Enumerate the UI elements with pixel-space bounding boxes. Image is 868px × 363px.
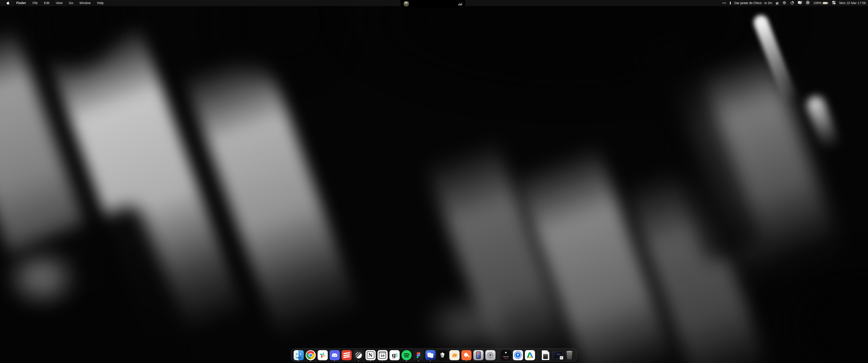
battery-status[interactable]: 100% ⚡: [813, 1, 829, 5]
dock-app-finder[interactable]: [293, 349, 304, 361]
dock-document-file[interactable]: [540, 349, 551, 361]
menu-bar-status: ••• Dar jantar do Chico · in 2m g: [722, 1, 868, 5]
linear-icon: [353, 350, 364, 360]
dock-app-blue-windows[interactable]: [425, 349, 436, 361]
desktop: Finder File Edit View Go Window Help •••…: [0, 0, 868, 363]
dock-app-chrome[interactable]: [305, 349, 316, 361]
menu-app-name[interactable]: Finder: [16, 0, 26, 8]
battery-charging-icon: ⚡: [823, 2, 829, 4]
notion-icon: N: [366, 350, 376, 360]
notion-calendar-day: 10: [380, 353, 384, 358]
orange-elephant-app-icon: [450, 350, 460, 360]
dock-app-3d-shape[interactable]: [437, 349, 448, 361]
album-art[interactable]: [404, 1, 409, 6]
slack-icon: [318, 350, 328, 360]
document-file-icon: [542, 350, 549, 360]
dock-app-raycast[interactable]: raycast: [500, 349, 511, 361]
dock-app-slack[interactable]: [317, 349, 328, 361]
onepassword-dock-icon: [513, 350, 523, 360]
dock-screenshot-stack[interactable]: 11: [552, 349, 563, 361]
blue-windows-app-icon: [426, 350, 436, 360]
discord-icon: [330, 350, 340, 360]
calendar-badge: 11: [560, 356, 563, 360]
google-drive-icon: [525, 350, 535, 360]
figma-icon: [413, 350, 424, 360]
wallpaper-streak: [804, 94, 841, 153]
display-icon[interactable]: [798, 1, 802, 5]
grammarly-dock-icon: g: [390, 350, 400, 360]
overflow-ellipsis-icon[interactable]: •••: [722, 1, 726, 5]
control-center-icon[interactable]: [832, 1, 836, 5]
screenshot-thumbnail: 11: [553, 352, 563, 359]
todoist-icon: [342, 350, 352, 360]
menu-go[interactable]: Go: [69, 1, 73, 5]
separator-bar-icon[interactable]: [730, 2, 731, 4]
dock-app-linear[interactable]: [353, 349, 364, 361]
dock-app-figma[interactable]: [413, 349, 424, 361]
event-reminder-text[interactable]: Dar jantar do Chico · in 2m: [735, 1, 772, 5]
spotify-icon: [401, 350, 412, 360]
wallpaper: [0, 0, 868, 363]
dock-app-elephant[interactable]: [449, 349, 460, 361]
black-3d-shape-app-icon: [437, 350, 447, 360]
notch-now-playing-island[interactable]: [401, 0, 465, 8]
dock-separator: [498, 350, 498, 360]
dock-app-discord[interactable]: [329, 349, 340, 361]
chrome-icon: [306, 350, 316, 360]
raycast-label: raycast: [501, 356, 511, 357]
menu-bar-left: Finder File Edit View Go Window Help: [0, 0, 103, 8]
dock-app-1password[interactable]: [513, 349, 523, 361]
wallpaper-highlight: [427, 298, 504, 350]
battery-percent: 100%: [813, 1, 822, 5]
dock: N 10 g: [291, 348, 577, 362]
onepassword-icon[interactable]: [806, 1, 810, 5]
menu-help[interactable]: Help: [97, 1, 103, 5]
grammarly-icon[interactable]: g: [776, 1, 779, 5]
grammarly-letter: g: [392, 352, 396, 358]
dock-separator: [537, 350, 538, 360]
menu-bar-clock[interactable]: Mon 10 Mar 17:58: [839, 1, 866, 5]
finder-icon: [293, 350, 304, 360]
menu-window[interactable]: Window: [79, 1, 91, 5]
menu-edit[interactable]: Edit: [44, 1, 50, 5]
dock-app-iphone-mirroring[interactable]: [473, 349, 484, 361]
dock-app-notion-calendar[interactable]: 10: [377, 349, 388, 361]
postman-icon: [461, 350, 471, 360]
dock-app-todoist[interactable]: [341, 349, 352, 361]
sun-icon[interactable]: [782, 1, 786, 5]
menu-view[interactable]: View: [56, 1, 63, 5]
apple-menu-icon[interactable]: [6, 1, 10, 5]
wallpaper-highlight: [7, 251, 77, 305]
dock-app-spotify[interactable]: [401, 349, 412, 361]
shield-icon[interactable]: [789, 0, 795, 5]
trash-icon: [566, 351, 573, 359]
dock-trash[interactable]: [564, 349, 575, 361]
raycast-icon: raycast: [501, 350, 511, 360]
dock-app-google-drive[interactable]: [524, 349, 535, 361]
notion-calendar-icon: 10: [377, 350, 388, 360]
equalizer-icon: [458, 2, 462, 5]
notion-letter: N: [367, 352, 374, 359]
dock-app-system-settings[interactable]: [485, 349, 496, 361]
menu-file[interactable]: File: [33, 1, 38, 5]
system-settings-icon: [485, 350, 495, 360]
iphone-mirroring-icon: [473, 350, 484, 360]
dock-app-notion[interactable]: N: [365, 349, 376, 361]
dock-app-postman[interactable]: [461, 349, 472, 361]
dock-app-grammarly[interactable]: g: [389, 349, 400, 361]
